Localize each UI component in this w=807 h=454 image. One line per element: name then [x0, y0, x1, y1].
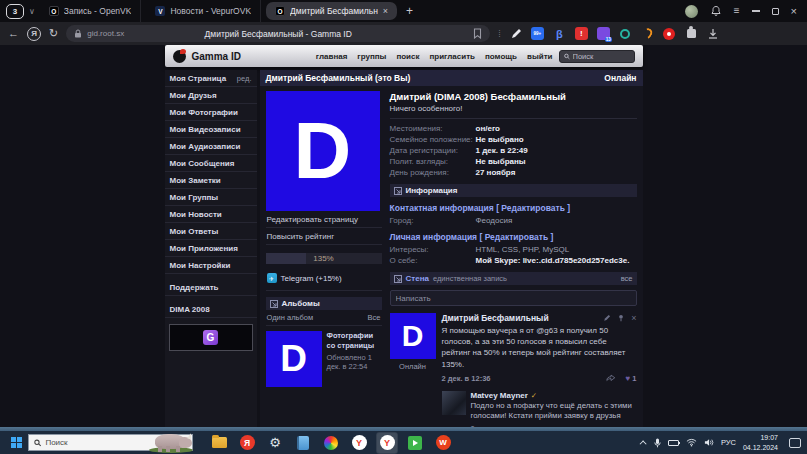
nav-help[interactable]: помощь — [485, 52, 517, 61]
w-app-icon[interactable]: W — [433, 433, 453, 453]
contact-title-text: Контактная информация — [390, 203, 494, 213]
tab-vepurovk[interactable]: V Новости - VepurOVK — [146, 0, 261, 22]
wall-compose-input[interactable] — [396, 294, 631, 303]
file-explorer-icon[interactable] — [209, 433, 229, 453]
sidebar-item-groups[interactable]: Мои Группы — [165, 189, 257, 206]
speaker-icon[interactable] — [704, 438, 714, 447]
tray-expand-icon[interactable] — [639, 440, 646, 447]
post-date[interactable]: 2 дек. в 12:36 — [442, 374, 491, 383]
bookmark-icon[interactable] — [473, 28, 482, 39]
tab-counter-button[interactable]: 3 — [6, 4, 24, 19]
teal-ring-extension-icon[interactable] — [619, 27, 632, 40]
site-search-input[interactable] — [573, 52, 630, 61]
edit-page-link[interactable]: Редактировать страницу — [266, 211, 382, 228]
wall-all-link[interactable]: все — [621, 274, 633, 283]
tab-openvk[interactable]: O Запись - OpenVK — [40, 0, 142, 22]
album-item[interactable]: D Фотографии со страницы Обновлено 1 дек… — [266, 326, 382, 387]
battery-icon[interactable] — [668, 440, 679, 446]
wifi-icon[interactable] — [686, 438, 697, 447]
sidebar-item-notes[interactable]: Мои Заметки — [165, 172, 257, 189]
brand-name[interactable]: Gamma ID — [192, 51, 241, 62]
extensions-puzzle-icon[interactable] — [685, 27, 698, 40]
pen-extension-icon[interactable] — [510, 28, 522, 40]
wall-compose-box[interactable] — [390, 290, 637, 306]
nav-main[interactable]: главная — [316, 52, 348, 61]
sidebar-item-news[interactable]: Мои Новости — [165, 206, 257, 223]
sidebar-item-settings[interactable]: Мои Настройки — [165, 257, 257, 274]
telegram-bonus-row[interactable]: ✈ Telegram (+15%) — [266, 269, 382, 291]
nav-logout[interactable]: выйти — [527, 52, 553, 61]
personal-edit-link[interactable]: [ Редактировать ] — [479, 232, 553, 242]
notifications-bell-icon[interactable] — [710, 5, 722, 17]
sidebar-item-friends[interactable]: Мои Друзья — [165, 87, 257, 104]
restore-button[interactable] — [772, 8, 779, 15]
alert-extension-icon[interactable]: ! — [575, 27, 588, 40]
sidebar-edit-link[interactable]: ред. — [237, 74, 252, 83]
rhino-search-highlight[interactable] — [147, 427, 195, 453]
purple-extension-icon[interactable]: 13 — [597, 27, 610, 40]
repost-icon[interactable] — [606, 374, 616, 382]
raise-rating-link[interactable]: Повысить рейтинг — [266, 228, 382, 245]
edit-post-icon[interactable] — [603, 314, 611, 322]
page-titlebar: Дмитрий Бесфамильный (это Вы) Онлайн — [260, 70, 643, 86]
clock[interactable]: 19:07 04.12.2024 — [743, 433, 778, 451]
settings-gear-icon[interactable]: ⚙ — [265, 433, 285, 453]
interests-links[interactable]: HTML, CSS, PHP, MySQL — [476, 244, 570, 255]
yandex-app-icon[interactable]: Я — [237, 433, 257, 453]
shield-extension-icon[interactable]: 99+ — [531, 27, 544, 40]
gamma-id-logo-icon[interactable] — [173, 50, 186, 63]
nav-invite[interactable]: пригласить — [429, 52, 475, 61]
profile-avatar[interactable]: D — [266, 91, 380, 211]
sidebar-item-support[interactable]: Поддержать — [165, 279, 257, 296]
comment-author-link[interactable]: Matvey Mayner — [471, 391, 528, 400]
notification-center-icon[interactable] — [789, 438, 801, 448]
album-name-link[interactable]: Фотографии со страницы — [327, 331, 382, 351]
comment-author-avatar[interactable] — [442, 391, 466, 415]
sidebar-item-photos[interactable]: Мои Фотографии — [165, 104, 257, 121]
sidebar-item-apps[interactable]: Мои Приложения — [165, 240, 257, 257]
back-icon[interactable]: ← — [8, 28, 19, 39]
browser-profile-avatar[interactable] — [685, 5, 698, 18]
microphone-icon[interactable] — [654, 438, 661, 448]
yandex-services-icon[interactable]: Я — [27, 27, 41, 41]
post-author-link[interactable]: Дмитрий Бесфамильный — [442, 313, 549, 323]
paint-app-icon[interactable] — [321, 433, 341, 453]
new-tab-button[interactable]: + — [402, 4, 417, 18]
green-app-icon[interactable] — [405, 433, 425, 453]
nav-search[interactable]: поиск — [396, 52, 419, 61]
minimize-button[interactable] — [752, 10, 760, 12]
tab-close-icon[interactable]: × — [383, 7, 388, 16]
album-thumbnail[interactable]: D — [266, 331, 322, 387]
yandex-browser-icon[interactable]: Y — [349, 433, 369, 453]
sidebar-item-group-dima[interactable]: DIMA 2008 — [165, 301, 257, 318]
sidebar-item-answers[interactable]: Мои Ответы — [165, 223, 257, 240]
pin-post-icon[interactable] — [617, 314, 625, 322]
sidebar-item-videos[interactable]: Мои Видеозаписи — [165, 121, 257, 138]
menu-icon[interactable]: ≡ — [734, 6, 740, 16]
chevron-down-icon[interactable]: ∨ — [29, 7, 35, 16]
albums-all-link[interactable]: Все — [368, 313, 381, 322]
refresh-icon[interactable]: ↻ — [49, 28, 58, 39]
heart-icon[interactable]: ♥ — [625, 374, 630, 383]
beta-extension-icon[interactable]: β — [553, 27, 566, 40]
downloads-icon[interactable] — [707, 28, 719, 40]
sidebar-item-messages[interactable]: Мои Сообщения — [165, 155, 257, 172]
delete-post-icon[interactable]: × — [631, 314, 636, 323]
language-indicator[interactable]: РУС — [721, 438, 736, 447]
notes-app-icon[interactable] — [293, 433, 313, 453]
tab-profile-active[interactable]: O Дмитрий Бесфамильн × — [266, 2, 397, 20]
record-extension-icon[interactable] — [663, 27, 676, 40]
site-search-box[interactable] — [559, 50, 635, 63]
post-author-avatar[interactable]: D — [390, 313, 436, 359]
address-bar[interactable]: gid.root.sx Дмитрий Бесфамильный - Gamma… — [66, 25, 490, 42]
sidebar-item-audios[interactable]: Мои Аудиозаписи — [165, 138, 257, 155]
profile-status[interactable]: Ничего особенного! — [390, 104, 637, 113]
close-button[interactable]: × — [791, 6, 797, 17]
contact-edit-link[interactable]: [ Редактировать ] — [496, 203, 570, 213]
sidebar-banner[interactable]: G — [169, 324, 253, 351]
nav-groups[interactable]: группы — [357, 52, 386, 61]
yandex-browser-active-icon[interactable]: Y — [377, 433, 397, 453]
orange-extension-icon[interactable] — [641, 27, 654, 40]
sidebar-item-my-page[interactable]: Моя Страница ред. — [165, 70, 257, 87]
start-button[interactable] — [4, 431, 28, 454]
